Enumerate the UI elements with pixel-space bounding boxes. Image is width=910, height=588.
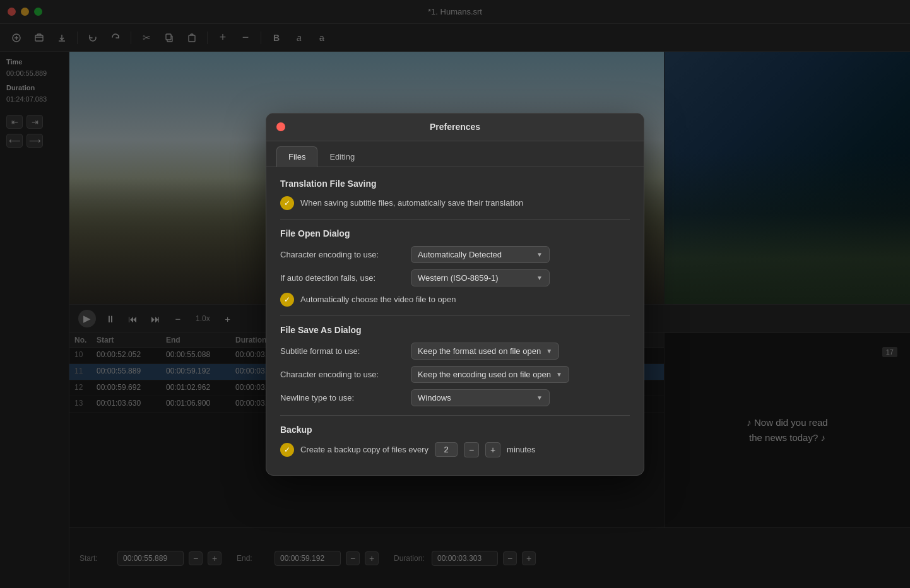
backup-minutes-value: 2 bbox=[435, 442, 458, 457]
subtitle-format-value: Keep the format used on file open bbox=[418, 346, 541, 356]
preferences-dialog: Preferences Files Editing Translation Fi… bbox=[266, 113, 644, 476]
backup-increase-button[interactable]: + bbox=[485, 442, 500, 457]
divider-1 bbox=[280, 219, 630, 220]
newline-row: Newline type to use: Windows ▼ bbox=[280, 389, 630, 406]
save-char-encoding-value: Keep the encoding used on file open bbox=[418, 370, 551, 379]
auto-save-checkmark: ✓ bbox=[280, 196, 294, 210]
backup-decrease-button[interactable]: − bbox=[464, 442, 479, 457]
dialog-body: Files Editing Translation File Saving ✓ … bbox=[266, 141, 644, 475]
file-save-section-title: File Save As Dialog bbox=[280, 325, 630, 335]
auto-save-row: ✓ When saving subtitle files, automatica… bbox=[280, 196, 630, 210]
file-open-section-title: File Open Dialog bbox=[280, 228, 630, 238]
tab-files[interactable]: Files bbox=[276, 146, 317, 167]
char-encoding-value: Automatically Detected bbox=[418, 250, 502, 259]
newline-arrow-icon: ▼ bbox=[536, 394, 543, 401]
subtitle-format-row: Subtitle format to use: Keep the format … bbox=[280, 343, 630, 360]
tab-editing[interactable]: Editing bbox=[317, 146, 367, 167]
auto-detect-fails-value: Western (ISO-8859-1) bbox=[418, 273, 499, 283]
auto-detect-fails-select[interactable]: Western (ISO-8859-1) ▼ bbox=[411, 269, 550, 286]
auto-save-check[interactable]: ✓ When saving subtitle files, automatica… bbox=[280, 196, 523, 210]
auto-save-label: When saving subtitle files, automaticall… bbox=[300, 198, 523, 208]
auto-choose-video-label: Automatically choose the video file to o… bbox=[300, 295, 456, 304]
char-encoding-select[interactable]: Automatically Detected ▼ bbox=[411, 246, 550, 263]
backup-checkmark: ✓ bbox=[280, 443, 294, 457]
newline-label: Newline type to use: bbox=[280, 393, 403, 403]
dialog-overlay: Preferences Files Editing Translation Fi… bbox=[0, 0, 910, 588]
auto-detect-arrow-icon: ▼ bbox=[536, 274, 543, 281]
dialog-content: Translation File Saving ✓ When saving su… bbox=[266, 167, 644, 475]
backup-minutes-label: minutes bbox=[507, 445, 536, 454]
save-char-encoding-row: Character encoding to use: Keep the enco… bbox=[280, 366, 630, 383]
backup-check-row[interactable]: ✓ Create a backup copy of files every 2 … bbox=[280, 442, 536, 457]
save-char-encoding-label: Character encoding to use: bbox=[280, 370, 403, 379]
auto-choose-video-check[interactable]: ✓ Automatically choose the video file to… bbox=[280, 293, 456, 307]
char-encoding-label: Character encoding to use: bbox=[280, 250, 403, 259]
subtitle-format-label: Subtitle format to use: bbox=[280, 346, 403, 356]
backup-section-title: Backup bbox=[280, 425, 630, 435]
auto-detect-fails-row: If auto detection fails, use: Western (I… bbox=[280, 269, 630, 286]
char-encoding-arrow-icon: ▼ bbox=[536, 251, 543, 258]
dialog-tabs: Files Editing bbox=[266, 141, 644, 167]
auto-detect-fails-label: If auto detection fails, use: bbox=[280, 273, 403, 283]
divider-2 bbox=[280, 315, 630, 316]
dialog-title: Preferences bbox=[430, 122, 480, 132]
backup-row: ✓ Create a backup copy of files every 2 … bbox=[280, 442, 630, 457]
backup-check-label: Create a backup copy of files every bbox=[300, 445, 428, 454]
divider-3 bbox=[280, 415, 630, 416]
translation-section-title: Translation File Saving bbox=[280, 179, 630, 189]
save-char-encoding-select[interactable]: Keep the encoding used on file open ▼ bbox=[411, 366, 569, 383]
auto-choose-video-row: ✓ Automatically choose the video file to… bbox=[280, 293, 630, 307]
newline-value: Windows bbox=[418, 393, 451, 403]
dialog-close-button[interactable] bbox=[276, 122, 285, 131]
newline-select[interactable]: Windows ▼ bbox=[411, 389, 550, 406]
subtitle-format-arrow-icon: ▼ bbox=[546, 348, 552, 355]
auto-choose-video-checkmark: ✓ bbox=[280, 293, 294, 307]
char-encoding-row: Character encoding to use: Automatically… bbox=[280, 246, 630, 263]
subtitle-format-select[interactable]: Keep the format used on file open ▼ bbox=[411, 343, 559, 360]
save-char-encoding-arrow-icon: ▼ bbox=[556, 371, 562, 378]
dialog-titlebar: Preferences bbox=[266, 114, 644, 141]
